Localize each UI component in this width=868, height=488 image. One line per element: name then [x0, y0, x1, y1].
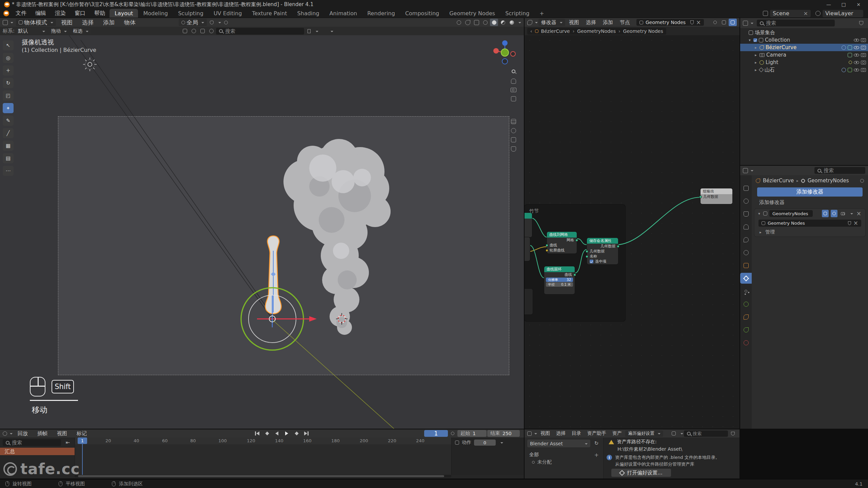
- asset-filter-funnel-icon[interactable]: [729, 430, 737, 437]
- action-dropdown-caret[interactable]: [500, 442, 503, 445]
- node-overlay-toggle-icon[interactable]: [729, 19, 737, 26]
- select-invert-icon[interactable]: [207, 27, 215, 35]
- navigation-gizmo[interactable]: [491, 39, 518, 66]
- add-workspace-button[interactable]: +: [534, 9, 549, 18]
- shading-material-icon[interactable]: [499, 19, 507, 26]
- menu-window[interactable]: 窗口: [70, 9, 90, 18]
- perspective-toggle-icon[interactable]: [511, 96, 516, 101]
- workspace-tab-sculpting[interactable]: Sculpting: [173, 9, 209, 18]
- radius-field[interactable]: 半径 0.1 米: [546, 282, 573, 287]
- node-menu-view[interactable]: 视图: [566, 18, 582, 27]
- outliner-editor-type-icon[interactable]: [743, 21, 748, 26]
- node-canvas[interactable]: 竹节 曲线到网格 网格 曲线 轮廓曲线 储存命名属性 几何数据 几何数: [525, 35, 739, 429]
- add-modifier-row[interactable]: 添加修改器: [752, 198, 868, 207]
- library-refresh-icon[interactable]: ↻: [592, 440, 600, 447]
- eye-icon[interactable]: [854, 61, 859, 64]
- node-curve-circle[interactable]: 曲线圆环 曲线 分辨率 32 半径 0.1 米: [544, 266, 575, 294]
- asset-menu-select[interactable]: 选择: [553, 429, 568, 438]
- select-extend-icon[interactable]: [190, 27, 198, 35]
- workspace-tab-rendering[interactable]: Rendering: [362, 9, 400, 18]
- checkbox-icon[interactable]: [590, 260, 593, 263]
- snap-magnet-icon[interactable]: [208, 19, 216, 26]
- resolution-field[interactable]: 分辨率 32: [546, 278, 573, 282]
- timeline-menu-playback[interactable]: 回放: [13, 429, 32, 438]
- proportional-edit-icon[interactable]: [222, 19, 230, 26]
- select-mode-dropdown[interactable]: 框选: [70, 28, 91, 35]
- jump-start-button[interactable]: [253, 430, 262, 437]
- node-editor-type-icon[interactable]: [527, 20, 532, 25]
- outliner-search-input[interactable]: [766, 20, 832, 26]
- camera-view-icon[interactable]: [511, 88, 516, 92]
- menu-help[interactable]: 帮助: [90, 9, 110, 18]
- shading-options-caret[interactable]: [518, 22, 521, 25]
- viewlayer-selector[interactable]: ViewLayer: [823, 10, 863, 17]
- display-size-icon[interactable]: [670, 430, 678, 437]
- workspace-tab-shading[interactable]: Shading: [292, 9, 324, 18]
- node-menu-node[interactable]: 节点: [617, 18, 633, 27]
- asset-editor-type-icon[interactable]: [527, 431, 532, 436]
- toggle-xray-icon[interactable]: [472, 19, 480, 26]
- timeline-search-field[interactable]: [3, 439, 61, 446]
- display-size-caret[interactable]: [680, 433, 683, 436]
- next-keyframe-button[interactable]: [292, 430, 301, 437]
- eye-icon[interactable]: [854, 39, 859, 42]
- action-value-field[interactable]: 0: [474, 440, 496, 446]
- timeline-menu-view[interactable]: 视图: [53, 429, 72, 438]
- outliner-row-beziercurve[interactable]: ▸ BézierCurve: [740, 44, 868, 51]
- outliner-row-camera[interactable]: ▸ Camera: [740, 51, 868, 59]
- modifier-name-field[interactable]: GeometryNodes: [769, 210, 813, 217]
- viewport-menu-view[interactable]: 视图: [57, 18, 77, 27]
- open-preferences-button[interactable]: 打开偏好设置...: [611, 469, 671, 477]
- asset-search-input[interactable]: [693, 431, 725, 436]
- current-frame-field[interactable]: 1: [424, 430, 448, 437]
- node-menu-add[interactable]: 添加: [600, 18, 616, 27]
- tab-tool[interactable]: [740, 183, 752, 194]
- minimize-button[interactable]: —: [821, 0, 836, 9]
- render-region-icon[interactable]: [511, 137, 516, 142]
- node-group-output[interactable]: 组输出 几何数据: [701, 188, 732, 204]
- render-toggle-icon[interactable]: [840, 210, 846, 217]
- tool-add-cube[interactable]: ▦: [3, 141, 14, 151]
- nodetree-name-field[interactable]: Geometry Nodes ×: [636, 19, 704, 26]
- modifier-wrench-icon[interactable]: [842, 68, 846, 72]
- add-catalog-button[interactable]: +: [594, 452, 599, 458]
- workspace-tab-texturepaint[interactable]: Texture Paint: [247, 9, 292, 18]
- rock-object[interactable]: [283, 139, 391, 335]
- transform-orientation-dropdown[interactable]: 全局: [179, 19, 207, 26]
- modifier-panel-header[interactable]: ▾ GeometryNodes ×: [754, 209, 865, 218]
- viewport-menu-add[interactable]: 添加: [99, 18, 119, 27]
- jump-end-button[interactable]: [302, 430, 311, 437]
- viewport-canvas[interactable]: 摄像机透视 (1) Collection | BézierCurve: [0, 35, 524, 429]
- play-reverse-button[interactable]: [272, 430, 281, 437]
- back-icon[interactable]: ‹: [530, 28, 532, 34]
- expand-arrow-icon[interactable]: ▾: [748, 38, 752, 42]
- scene-unlink-icon[interactable]: ×: [804, 10, 808, 17]
- timeline-scrollbar[interactable]: [75, 475, 451, 477]
- render-camera-icon[interactable]: [861, 61, 866, 64]
- tool-select-box[interactable]: ↖: [3, 40, 14, 50]
- editor-type-icon[interactable]: [3, 20, 8, 25]
- summary-channel-row[interactable]: 汇总: [0, 448, 75, 455]
- outliner-row-light[interactable]: ▸ Light: [740, 59, 868, 66]
- tab-material[interactable]: [740, 337, 752, 348]
- render-camera-icon[interactable]: [861, 53, 866, 57]
- asset-search-field[interactable]: [684, 430, 728, 437]
- node-breadcrumb[interactable]: ‹ BézierCurve › GeometryNodes › Geometry…: [527, 28, 666, 35]
- asset-menu-catalog[interactable]: 目录: [569, 429, 584, 438]
- collection-checkbox[interactable]: [753, 38, 757, 42]
- asset-menu-view[interactable]: 视图: [538, 429, 553, 438]
- tab-output[interactable]: [740, 208, 752, 219]
- workspace-tab-scripting[interactable]: Scripting: [500, 9, 534, 18]
- unlink-icon[interactable]: ×: [696, 19, 701, 26]
- frame-end-field[interactable]: 结束 250: [487, 430, 520, 437]
- modifier-extras-caret[interactable]: [850, 213, 853, 216]
- tool-more[interactable]: ⋯: [3, 166, 14, 176]
- expand-arrow-icon[interactable]: ▾: [757, 211, 761, 216]
- nodetree-datablock-field[interactable]: Geometry Nodes ×: [758, 220, 861, 227]
- node-menu-select[interactable]: 选择: [583, 18, 599, 27]
- grid-overlay-icon[interactable]: [511, 119, 516, 124]
- zoom-control-icon[interactable]: [512, 68, 515, 75]
- fake-user-shield-icon[interactable]: [690, 20, 694, 24]
- filter-funnel-icon[interactable]: [857, 19, 865, 27]
- frame-start-field[interactable]: 起始 1: [457, 430, 487, 437]
